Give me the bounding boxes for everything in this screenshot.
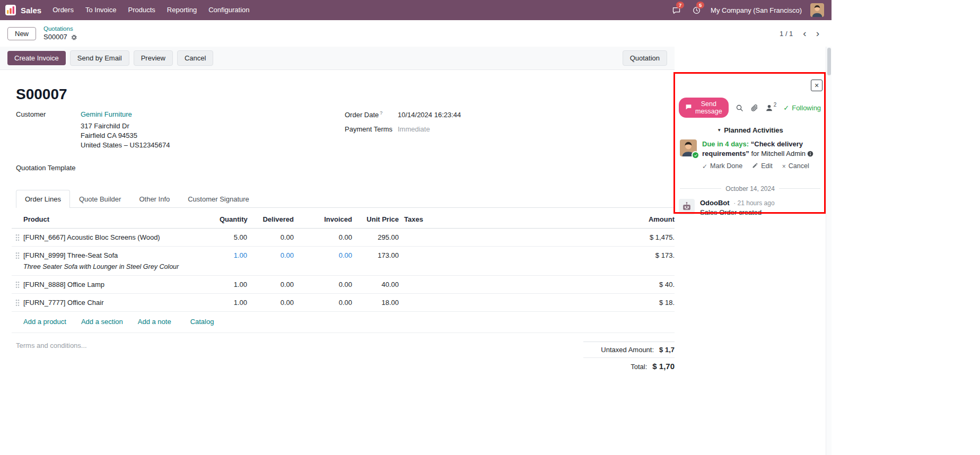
col-header-delivered[interactable]: Delivered: [247, 215, 294, 224]
cancel-activity-button[interactable]: ×Cancel: [782, 162, 809, 171]
add-a-section-link[interactable]: Add a section: [81, 318, 123, 326]
quantity-cell[interactable]: 1.00: [220, 280, 247, 290]
planned-activities-header[interactable]: ▼ Planned Activities: [675, 126, 826, 134]
delivered-cell[interactable]: 0.00: [247, 251, 294, 260]
activity-assignee: for Mitchell Admin: [751, 150, 806, 158]
app-name[interactable]: Sales: [21, 6, 41, 15]
preview-button[interactable]: Preview: [134, 50, 173, 66]
col-header-unit-price[interactable]: Unit Price: [352, 215, 399, 224]
settings-gear-icon[interactable]: [71, 34, 77, 41]
terms-and-conditions-field[interactable]: Terms and conditions...: [16, 342, 87, 374]
scrollbar-thumb[interactable]: [827, 48, 831, 75]
quantity-cell[interactable]: 1.00: [220, 298, 247, 308]
customer-address: 317 Fairchild Dr Fairfield CA 94535 Unit…: [81, 121, 345, 150]
customer-link[interactable]: Gemini Furniture: [81, 110, 132, 118]
drag-handle-icon[interactable]: [12, 298, 23, 307]
activity-done-check-icon: [692, 151, 699, 159]
close-chatter-button[interactable]: ×: [811, 80, 822, 91]
col-header-product[interactable]: Product: [23, 215, 220, 224]
unit-price-cell[interactable]: 173.00: [352, 251, 399, 260]
menu-orders[interactable]: Orders: [47, 0, 80, 20]
messages-icon[interactable]: 7: [670, 4, 682, 16]
add-a-product-link[interactable]: Add a product: [23, 318, 66, 326]
delivered-cell[interactable]: 0.00: [247, 233, 294, 242]
tab-quote-builder[interactable]: Quote Builder: [70, 190, 130, 208]
unit-price-cell[interactable]: 40.00: [352, 280, 399, 290]
table-footer-links: Add a product Add a section Add a note C…: [12, 312, 675, 333]
col-header-invoiced[interactable]: Invoiced: [294, 215, 352, 224]
delivered-cell[interactable]: 0.00: [247, 280, 294, 290]
invoiced-cell[interactable]: 0.00: [294, 280, 352, 290]
unit-price-cell[interactable]: 18.00: [352, 298, 399, 308]
product-cell[interactable]: [FURN_8999] Three-Seat Sofa Three Seater…: [23, 251, 220, 272]
edit-activity-button[interactable]: Edit: [752, 162, 773, 171]
vertical-scrollbar: [826, 47, 832, 455]
quantity-cell[interactable]: 1.00: [220, 251, 247, 260]
catalog-link[interactable]: Catalog: [190, 318, 214, 326]
menu-products[interactable]: Products: [122, 0, 161, 20]
unit-price-cell[interactable]: 295.00: [352, 233, 399, 242]
untaxed-amount-label: Untaxed Amount:: [601, 346, 654, 354]
activities-badge: 5: [696, 2, 704, 8]
send-message-button[interactable]: Send message: [679, 98, 729, 118]
untaxed-amount-value: $ 1,7: [659, 346, 675, 354]
pager-value[interactable]: 1 / 1: [780, 30, 793, 38]
payment-terms-value[interactable]: Immediate: [398, 125, 430, 133]
col-header-amount[interactable]: Amount: [473, 215, 675, 224]
col-header-taxes[interactable]: Taxes: [399, 215, 473, 224]
close-icon: ×: [815, 82, 819, 89]
delivered-cell[interactable]: 0.00: [247, 298, 294, 308]
amount-cell: $ 40.: [473, 280, 675, 290]
message-author[interactable]: OdooBot: [700, 199, 730, 207]
invoiced-cell[interactable]: 0.00: [294, 298, 352, 308]
total-value: $ 1,70: [652, 362, 675, 371]
drag-handle-icon[interactable]: [12, 280, 23, 288]
followers-icon[interactable]: 2: [765, 104, 777, 112]
sales-app-icon[interactable]: [5, 5, 16, 15]
user-avatar[interactable]: [810, 3, 824, 17]
pager-previous-button[interactable]: ‹: [798, 27, 811, 40]
add-a-note-link[interactable]: Add a note: [138, 318, 171, 326]
message-timestamp: · 21 hours ago: [733, 199, 774, 207]
following-button[interactable]: ✓ Following: [783, 104, 822, 112]
attachments-paperclip-icon[interactable]: [750, 104, 758, 112]
messages-badge: 7: [676, 2, 684, 8]
tab-customer-signature[interactable]: Customer Signature: [179, 190, 258, 208]
activities-icon[interactable]: 5: [690, 4, 702, 16]
breadcrumb-quotations-link[interactable]: Quotations: [43, 25, 77, 33]
invoiced-cell[interactable]: 0.00: [294, 233, 352, 242]
order-date-value[interactable]: 10/14/2024 16:23:44: [398, 111, 461, 119]
create-invoice-button[interactable]: Create Invoice: [7, 51, 66, 65]
product-cell[interactable]: [FURN_7777] Office Chair: [23, 298, 220, 308]
table-header-row: Product Quantity Delivered Invoiced Unit…: [12, 211, 675, 229]
record-title: S00007: [16, 86, 675, 103]
col-header-quantity[interactable]: Quantity: [220, 215, 247, 224]
odoobot-avatar: [679, 199, 695, 215]
tab-order-lines[interactable]: Order Lines: [16, 190, 70, 208]
activity-info-icon[interactable]: [807, 151, 813, 157]
message-bubble-icon: [685, 103, 692, 112]
product-cell[interactable]: [FURN_8888] Office Lamp: [23, 280, 220, 290]
tab-other-info[interactable]: Other Info: [130, 190, 179, 208]
quantity-cell[interactable]: 5.00: [220, 233, 247, 242]
menu-to-invoice[interactable]: To Invoice: [80, 0, 122, 20]
product-cell[interactable]: [FURN_6667] Acoustic Bloc Screens (Wood): [23, 233, 220, 242]
check-icon: ✓: [702, 162, 707, 171]
pager-next-button[interactable]: ›: [811, 27, 824, 40]
menu-configuration[interactable]: Configuration: [203, 0, 255, 20]
stage-quotation-badge[interactable]: Quotation: [623, 50, 667, 66]
new-button[interactable]: New: [7, 27, 36, 40]
top-menu: Orders To Invoice Products Reporting Con…: [47, 0, 255, 20]
invoiced-cell[interactable]: 0.00: [294, 251, 352, 260]
send-by-email-button[interactable]: Send by Email: [70, 50, 129, 66]
help-question-icon[interactable]: ?: [380, 110, 382, 116]
drag-handle-icon[interactable]: [12, 233, 23, 241]
collapse-arrow-icon: ▼: [717, 128, 721, 133]
drag-handle-icon[interactable]: [12, 251, 23, 259]
cancel-button[interactable]: Cancel: [177, 50, 213, 66]
search-messages-icon[interactable]: [736, 104, 743, 112]
menu-reporting[interactable]: Reporting: [161, 0, 203, 20]
pager: 1 / 1 ‹ ›: [780, 27, 824, 40]
company-switcher[interactable]: My Company (San Francisco): [711, 6, 802, 14]
mark-done-button[interactable]: ✓Mark Done: [702, 162, 742, 171]
